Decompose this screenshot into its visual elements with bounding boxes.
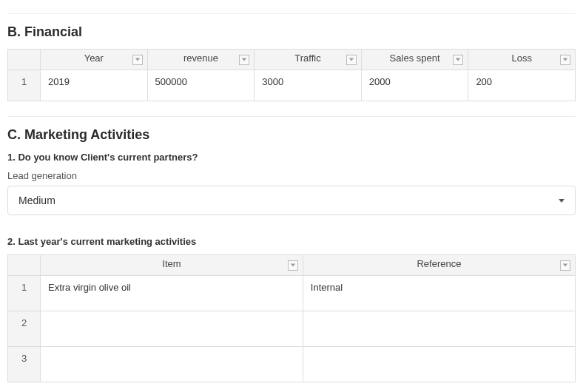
col-header-label: Item <box>162 258 181 269</box>
cell-revenue[interactable]: 500000 <box>147 70 255 101</box>
col-header-label: revenue <box>183 53 218 64</box>
cell-year[interactable]: 2019 <box>41 70 148 101</box>
filter-icon[interactable] <box>288 260 298 271</box>
question-1: 1. Do you know Client's current partners… <box>7 152 576 163</box>
cell-reference[interactable]: Internal <box>303 276 575 311</box>
cell-sales-spent[interactable]: 2000 <box>361 70 468 101</box>
cell-item[interactable] <box>41 347 303 382</box>
row-number: 3 <box>8 347 41 382</box>
lead-generation-select[interactable]: Medium <box>7 186 576 215</box>
col-header-label: Loss <box>511 53 531 64</box>
chevron-down-icon <box>559 199 565 203</box>
section-divider <box>7 116 576 117</box>
table-row: 1 2019 500000 3000 2000 200 <box>8 70 576 101</box>
col-header-reference: Reference <box>303 255 575 276</box>
cell-traffic[interactable]: 3000 <box>255 70 362 101</box>
row-number-header <box>8 255 41 276</box>
cell-item[interactable] <box>41 311 303 347</box>
cell-reference[interactable] <box>303 347 575 382</box>
cell-loss[interactable]: 200 <box>468 70 576 101</box>
filter-icon[interactable] <box>560 55 570 65</box>
filter-icon[interactable] <box>346 55 357 65</box>
cell-item[interactable]: Extra virgin olive oil <box>41 276 303 311</box>
table-row: 3 <box>8 347 576 382</box>
row-number: 1 <box>8 276 41 311</box>
lead-generation-label: Lead generation <box>7 170 576 181</box>
select-value: Medium <box>18 195 55 206</box>
col-header-label: Reference <box>417 258 461 269</box>
filter-icon[interactable] <box>453 55 463 65</box>
cell-reference[interactable] <box>303 311 575 347</box>
marketing-header-row: Item Reference <box>8 255 576 276</box>
financial-header-row: Year revenue Traffic Sales spent Loss <box>8 50 576 70</box>
section-marketing: C. Marketing Activities 1. Do you know C… <box>7 127 576 382</box>
table-row: 1 Extra virgin olive oil Internal <box>8 276 576 311</box>
marketing-activities-table: Item Reference 1 Extra virgin olive oil … <box>7 254 576 382</box>
filter-icon[interactable] <box>132 55 143 65</box>
col-header-label: Year <box>84 53 104 64</box>
section-b-title: B. Financial <box>7 24 576 40</box>
col-header-loss: Loss <box>468 50 576 70</box>
filter-icon[interactable] <box>239 55 249 65</box>
col-header-label: Sales spent <box>390 53 440 64</box>
col-header-label: Traffic <box>294 53 320 64</box>
row-number: 1 <box>8 70 41 101</box>
col-header-revenue: revenue <box>147 50 255 70</box>
col-header-year: Year <box>41 50 148 70</box>
filter-icon[interactable] <box>560 260 570 271</box>
col-header-sales-spent: Sales spent <box>361 50 468 70</box>
section-financial: B. Financial Year revenue Traffic <box>7 24 576 101</box>
col-header-traffic: Traffic <box>255 50 362 70</box>
table-row: 2 <box>8 311 576 347</box>
financial-table: Year revenue Traffic Sales spent Loss <box>7 49 576 101</box>
top-divider <box>7 13 576 14</box>
row-number: 2 <box>8 311 41 347</box>
col-header-item: Item <box>41 255 303 276</box>
row-number-header <box>8 50 41 70</box>
question-2: 2. Last year's current marketing activit… <box>7 236 576 247</box>
section-c-title: C. Marketing Activities <box>7 127 576 143</box>
